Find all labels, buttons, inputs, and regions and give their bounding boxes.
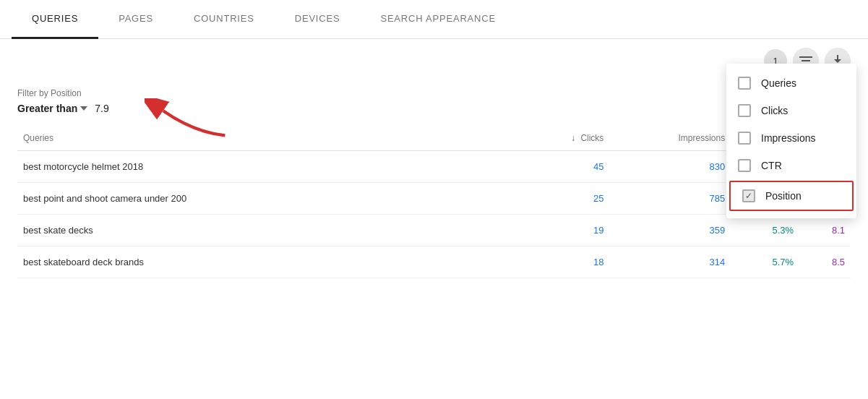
clicks-cell: 18: [517, 246, 610, 278]
tab-devices[interactable]: DEVICES: [275, 0, 361, 39]
tab-countries[interactable]: COUNTRIES: [173, 0, 275, 39]
impressions-cell: 314: [609, 246, 731, 278]
impressions-cell: 359: [609, 215, 731, 246]
dropdown-label-position: Position: [765, 190, 802, 202]
table-row: best skate decks 19 359 5.3% 8.1: [17, 215, 851, 246]
dropdown-label-queries: Queries: [761, 77, 796, 89]
sort-arrow-icon: ↓: [571, 133, 577, 143]
dropdown-item-position[interactable]: Position: [729, 181, 854, 211]
tab-pages[interactable]: PAGES: [98, 0, 173, 39]
position-cell: 8.5: [799, 246, 851, 278]
position-checkbox[interactable]: [742, 189, 755, 202]
impressions-checkbox[interactable]: [738, 132, 751, 145]
col-header-clicks[interactable]: ↓ Clicks: [517, 126, 610, 151]
dropdown-label-impressions: Impressions: [761, 132, 815, 144]
dropdown-label-ctr: CTR: [761, 160, 782, 171]
clicks-cell: 19: [517, 215, 610, 246]
dropdown-item-ctr[interactable]: CTR: [726, 152, 856, 179]
dropdown-item-queries[interactable]: Queries: [726, 69, 856, 97]
dropdown-arrow-icon: [80, 106, 87, 111]
queries-checkbox[interactable]: [738, 77, 751, 90]
ctr-cell: 5.3%: [731, 215, 799, 246]
filter-condition-dropdown[interactable]: Greater than: [17, 103, 87, 114]
query-cell: best point and shoot camera under 200: [17, 183, 517, 215]
table-row: best skateboard deck brands 18 314 5.7% …: [17, 246, 851, 278]
dropdown-label-clicks: Clicks: [761, 105, 788, 116]
filter-value: 7.9: [95, 103, 108, 114]
clicks-cell: 45: [517, 151, 610, 183]
clicks-checkbox[interactable]: [738, 104, 751, 117]
col-header-impressions: Impressions: [609, 126, 731, 151]
ctr-checkbox[interactable]: [738, 159, 751, 172]
query-cell: best skate decks: [17, 215, 517, 246]
impressions-cell: 830: [609, 151, 731, 183]
query-cell: best skateboard deck brands: [17, 246, 517, 278]
ctr-cell: 5.7%: [731, 246, 799, 278]
col-header-queries: Queries: [17, 126, 517, 151]
clicks-cell: 25: [517, 183, 610, 215]
impressions-cell: 785: [609, 183, 731, 215]
tab-search-appearance[interactable]: SEARCH APPEARANCE: [360, 0, 516, 39]
position-cell: 8.1: [799, 215, 851, 246]
column-selector-dropdown: Queries Clicks Impressions CTR Position: [726, 64, 856, 218]
dropdown-item-clicks[interactable]: Clicks: [726, 97, 856, 124]
query-cell: best motorcycle helmet 2018: [17, 151, 517, 183]
filter-condition-text: Greater than: [17, 103, 77, 114]
dropdown-item-impressions[interactable]: Impressions: [726, 124, 856, 152]
tab-queries[interactable]: QUERIES: [12, 0, 98, 39]
tabs-bar: QUERIES PAGES COUNTRIES DEVICES SEARCH A…: [0, 0, 868, 39]
